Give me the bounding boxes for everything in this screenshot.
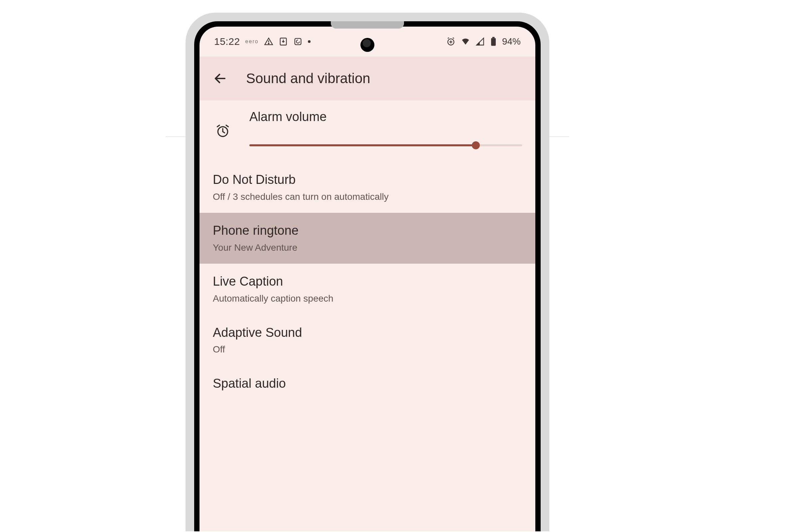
settings-row-phone-ringtone[interactable]: Phone ringtone Your New Adventure xyxy=(200,213,535,264)
row-title: Do Not Disturb xyxy=(213,171,522,188)
svg-line-15 xyxy=(217,125,220,127)
alarm-icon xyxy=(213,124,233,138)
arrow-left-icon xyxy=(213,72,227,86)
decorative-line xyxy=(166,136,186,137)
row-title: Live Caption xyxy=(213,273,522,290)
row-title: Phone ringtone xyxy=(213,222,522,239)
phone-speaker xyxy=(331,21,404,28)
app-bar: Sound and vibration xyxy=(200,57,535,100)
row-title: Adaptive Sound xyxy=(213,324,522,341)
screen: 15:22 eero xyxy=(200,26,535,531)
settings-row-do-not-disturb[interactable]: Do Not Disturb Off / 3 schedules can tur… xyxy=(200,162,535,213)
wifi-icon xyxy=(461,37,470,46)
page-title: Sound and vibration xyxy=(246,71,370,87)
svg-point-1 xyxy=(268,43,269,44)
status-time: 15:22 xyxy=(214,36,240,47)
svg-rect-9 xyxy=(491,38,496,46)
battery-icon xyxy=(490,37,497,46)
status-carrier: eero xyxy=(245,39,259,44)
svg-rect-10 xyxy=(492,37,494,38)
svg-line-14 xyxy=(223,132,225,133)
svg-rect-3 xyxy=(294,39,301,45)
svg-line-7 xyxy=(448,38,449,38)
add-alarm-icon xyxy=(446,37,456,46)
settings-row-adaptive-sound[interactable]: Adaptive Sound Off xyxy=(200,315,535,366)
svg-line-16 xyxy=(226,125,228,127)
cellular-signal-icon xyxy=(475,37,485,46)
alarm-volume-row: Alarm volume xyxy=(200,100,535,162)
phone-frame: 15:22 eero xyxy=(186,13,549,531)
alarm-volume-label: Alarm volume xyxy=(249,108,522,125)
back-button[interactable] xyxy=(210,69,230,89)
row-title: Spatial audio xyxy=(213,375,522,392)
row-subtitle: Your New Adventure xyxy=(213,241,522,254)
slider-fill xyxy=(249,144,476,146)
settings-row-live-caption[interactable]: Live Caption Automatically caption speec… xyxy=(200,264,535,315)
row-subtitle: Off / 3 schedules can turn on automatica… xyxy=(213,191,522,203)
alarm-volume-slider[interactable] xyxy=(249,142,522,149)
warning-triangle-icon xyxy=(264,37,273,46)
row-subtitle: Off xyxy=(213,343,522,356)
settings-row-spatial-audio[interactable]: Spatial audio xyxy=(200,366,535,402)
status-overflow-dot-icon xyxy=(308,40,310,43)
svg-line-8 xyxy=(453,38,454,38)
status-battery-pct: 94% xyxy=(502,36,521,47)
slider-thumb[interactable] xyxy=(472,141,480,149)
app-square-icon xyxy=(293,37,303,46)
phone-bezel: 15:22 eero xyxy=(194,21,540,531)
settings-list: Alarm volume Do Not Disturb Off / 3 sche… xyxy=(200,100,535,402)
front-camera xyxy=(360,38,374,52)
decorative-line xyxy=(549,136,569,137)
row-subtitle: Automatically caption speech xyxy=(213,292,522,305)
download-icon xyxy=(279,37,288,46)
